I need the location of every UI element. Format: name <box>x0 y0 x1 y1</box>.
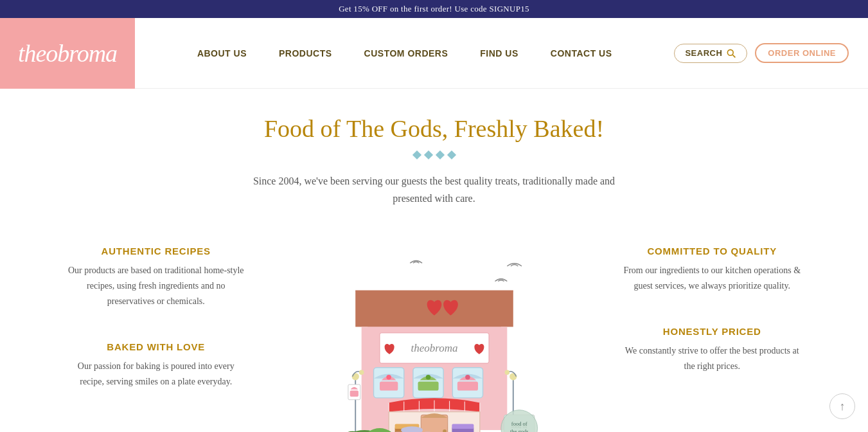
svg-point-16 <box>465 375 470 380</box>
svg-point-13 <box>425 375 430 380</box>
nav-actions: SEARCH ORDER ONLINE <box>674 43 849 63</box>
feature-title-4: HONESTLY PRICED <box>582 326 843 337</box>
svg-rect-23 <box>452 424 474 429</box>
svg-point-30 <box>359 370 364 375</box>
hero-description: Since 2004, we've been serving our guest… <box>242 172 627 207</box>
diamond-divider <box>13 152 855 158</box>
header: theobroma ABOUT US PRODUCTS CUSTOM ORDER… <box>0 18 868 89</box>
nav-custom-orders[interactable]: CUSTOM ORDERS <box>364 48 448 59</box>
feature-title-3: COMMITTED TO QUALITY <box>582 246 843 256</box>
feature-desc-1: Our products are based on traditional ho… <box>66 263 246 309</box>
diamond-1 <box>412 150 421 159</box>
feature-title-2: BAKED WITH LOVE <box>26 341 287 352</box>
nav-find-us[interactable]: FIND US <box>480 48 518 59</box>
hero-section: Food of The Gods, Freshly Baked! Since 2… <box>0 89 868 233</box>
nav-products[interactable]: PRODUCTS <box>279 48 332 59</box>
nav-about-us[interactable]: ABOUT US <box>197 48 247 59</box>
feature-honestly-priced: HONESTLY PRICED We constantly strive to … <box>582 326 843 374</box>
feature-authentic-recipes: AUTHENTIC RECIPES Our products are based… <box>26 246 287 309</box>
feature-title-1: AUTHENTIC RECIPES <box>26 246 287 256</box>
nav-contact-us[interactable]: CONTACT US <box>551 48 612 59</box>
svg-point-0 <box>728 50 734 55</box>
svg-point-10 <box>386 375 391 380</box>
search-icon <box>726 48 736 59</box>
logo[interactable]: theobroma <box>18 39 117 68</box>
svg-text:the gods: the gods <box>509 428 528 432</box>
announcement-bar: Get 15% OFF on the first order! Use code… <box>0 0 868 18</box>
svg-rect-9 <box>380 382 398 391</box>
diamond-2 <box>423 150 432 159</box>
search-button[interactable]: SEARCH <box>674 44 747 63</box>
svg-rect-35 <box>350 391 358 397</box>
left-features: AUTHENTIC RECIPES Our products are based… <box>26 233 287 421</box>
logo-area: theobroma <box>0 18 135 89</box>
feature-desc-3: From our ingredients to our kitchen oper… <box>622 263 802 294</box>
svg-text:theobroma: theobroma <box>411 342 457 354</box>
svg-text:food of: food of <box>511 421 527 428</box>
hero-title: Food of The Gods, Freshly Baked! <box>13 114 855 143</box>
feature-desc-4: We constantly strive to offer the best p… <box>622 343 802 374</box>
svg-point-33 <box>504 370 509 375</box>
center-illustration: theobroma <box>299 233 569 432</box>
bakery-illustration: theobroma <box>312 233 556 432</box>
scroll-to-top-button[interactable]: ↑ <box>829 393 855 419</box>
diamond-3 <box>435 150 444 159</box>
main-content: AUTHENTIC RECIPES Our products are based… <box>0 233 868 432</box>
svg-rect-15 <box>457 382 477 391</box>
main-nav: ABOUT US PRODUCTS CUSTOM ORDERS FIND US … <box>135 48 674 59</box>
svg-rect-12 <box>418 382 438 391</box>
feature-baked-with-love: BAKED WITH LOVE Our passion for baking i… <box>26 341 287 390</box>
diamond-4 <box>447 150 456 159</box>
right-features: COMMITTED TO QUALITY From our ingredient… <box>582 233 843 406</box>
svg-line-1 <box>733 55 736 57</box>
search-label: SEARCH <box>685 48 722 58</box>
feature-desc-2: Our passion for baking is poured into ev… <box>66 359 246 390</box>
announcement-text: Get 15% OFF on the first order! Use code… <box>339 4 529 14</box>
order-online-button[interactable]: ORDER ONLINE <box>755 43 849 63</box>
feature-committed-quality: COMMITTED TO QUALITY From our ingredient… <box>582 246 843 294</box>
